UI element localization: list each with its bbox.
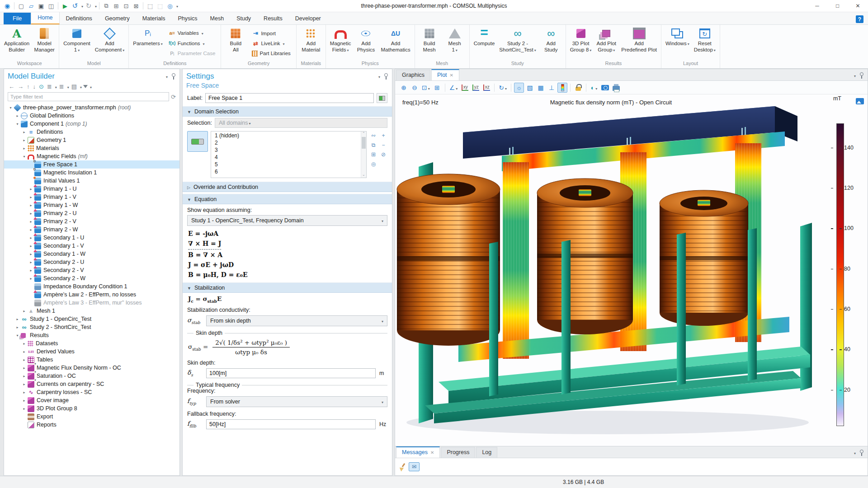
- domain-list-item[interactable]: 1 (hidden): [215, 132, 360, 140]
- maximize-button[interactable]: □: [827, 0, 848, 12]
- run-button[interactable]: [61, 1, 70, 10]
- tab-home[interactable]: Home: [31, 12, 59, 24]
- add-component-button[interactable]: Add Component: [93, 26, 126, 61]
- domain-list-item[interactable]: 4: [215, 154, 360, 161]
- go-to-default-view-button[interactable]: ∠: [448, 83, 459, 93]
- part-libraries-button[interactable]: Part Libraries: [250, 50, 292, 57]
- tree-expander[interactable]: [14, 122, 20, 126]
- transparency-button[interactable]: ▧: [525, 83, 535, 93]
- import-button[interactable]: Import: [250, 30, 292, 37]
- redo-button[interactable]: [84, 1, 93, 10]
- tree-item[interactable]: Free Space 1: [4, 160, 179, 169]
- back-button[interactable]: ←: [8, 83, 15, 90]
- frequency-combo[interactable]: From solver: [206, 396, 387, 407]
- tab-plot[interactable]: Plot✕: [431, 69, 459, 80]
- panel-menu-caret[interactable]: [377, 73, 380, 80]
- refresh-icon[interactable]: ⟳: [171, 94, 176, 100]
- minimize-button[interactable]: ─: [807, 0, 827, 12]
- tree-expander[interactable]: [21, 390, 27, 394]
- new-file-button[interactable]: [17, 1, 26, 10]
- pin-icon[interactable]: [859, 450, 864, 456]
- tree-item[interactable]: three-phase_power_transformer.mph (root): [4, 103, 179, 112]
- tree-item[interactable]: Study 2 - ShortCirc_Test: [4, 323, 179, 331]
- show-button[interactable]: ⊙: [38, 83, 45, 90]
- fallback-frequency-input[interactable]: [206, 419, 376, 429]
- tree-item[interactable]: Export: [4, 413, 179, 421]
- expand-caret[interactable]: [54, 83, 57, 90]
- tab-developer[interactable]: Developer: [289, 13, 327, 24]
- variables-button[interactable]: Variables: [167, 29, 217, 37]
- tree-expander[interactable]: [21, 309, 27, 313]
- help-button[interactable]: ?: [856, 15, 863, 23]
- build-mesh-button[interactable]: Build Mesh: [417, 26, 442, 61]
- view-yz-button[interactable]: [471, 83, 481, 93]
- domain-list-item[interactable]: 2: [215, 140, 360, 147]
- grid-button[interactable]: ▦: [536, 83, 546, 93]
- section-stabilization[interactable]: Stabilization: [183, 282, 392, 293]
- tree-item[interactable]: Datasets: [4, 339, 179, 347]
- tree-expander[interactable]: [28, 203, 34, 207]
- study-2-shortcirc-button[interactable]: Study 2 - ShortCirc_Test: [497, 26, 538, 61]
- tree-item[interactable]: Magnetic Flux Density Norm - OC: [4, 364, 179, 372]
- panel-menu-caret[interactable]: [853, 72, 856, 79]
- tree-item[interactable]: Materials: [4, 144, 179, 152]
- domain-list-item[interactable]: 5: [215, 161, 360, 169]
- panel-menu-caret[interactable]: [853, 450, 856, 456]
- section-equation[interactable]: Equation: [183, 194, 392, 204]
- tree-item[interactable]: Saturation - OC: [4, 372, 179, 380]
- paste-button[interactable]: [112, 1, 121, 10]
- add-material-button[interactable]: Add Material: [299, 26, 323, 61]
- conductivity-combo[interactable]: From skin depth: [206, 315, 387, 326]
- tree-item[interactable]: Primary 1 - W: [4, 201, 179, 209]
- tree-expander[interactable]: [28, 220, 34, 224]
- pin-icon[interactable]: [859, 72, 864, 79]
- tree-expander[interactable]: [21, 399, 27, 403]
- tree-item[interactable]: Ampère's Law 3 - EffPerm, mur'' losses: [4, 299, 179, 307]
- magnetic-fields-button[interactable]: Magnetic Fields: [328, 26, 353, 61]
- tree-expander[interactable]: [28, 252, 34, 256]
- close-tab-icon[interactable]: ✕: [430, 450, 434, 455]
- add-predefined-plot-button[interactable]: Add Predefined Plot: [619, 26, 659, 61]
- view-xz-button[interactable]: [481, 83, 491, 93]
- pin-icon[interactable]: [171, 73, 176, 80]
- livelink-button[interactable]: LiveLink: [250, 40, 292, 47]
- tree-expander[interactable]: [14, 114, 20, 118]
- pin-icon[interactable]: [384, 73, 388, 80]
- plot-image-button[interactable]: [856, 98, 864, 104]
- plot-canvas[interactable]: freq(1)=50 Hz Magnetic flux density norm…: [395, 94, 868, 446]
- tree-item[interactable]: Ampère's Law 2 - EffPerm, no losses: [4, 291, 179, 299]
- tree-item[interactable]: 3D Plot Group 8: [4, 404, 179, 413]
- remove-from-selection-button[interactable]: −: [379, 141, 387, 149]
- tree-expander[interactable]: [21, 374, 27, 378]
- tree-expander[interactable]: [21, 382, 27, 386]
- tree-expander[interactable]: [28, 211, 34, 216]
- tree-expander[interactable]: [21, 138, 27, 142]
- tree-item[interactable]: Primary 1 - V: [4, 193, 179, 201]
- tree-item[interactable]: Initial Values 1: [4, 177, 179, 185]
- zoom-to-selection-button[interactable]: ◎: [369, 160, 377, 168]
- tree-item[interactable]: Secondary 1 - V: [4, 242, 179, 250]
- tab-results[interactable]: Results: [257, 13, 289, 24]
- tree-expander[interactable]: [28, 277, 34, 281]
- windows-button[interactable]: Windows: [664, 26, 691, 61]
- copy-button[interactable]: [102, 1, 111, 10]
- tab-messages[interactable]: Messages✕: [396, 446, 440, 458]
- tree-item[interactable]: Reports: [4, 421, 179, 429]
- zoom-box-button[interactable]: ⊡: [420, 83, 431, 93]
- tree-item[interactable]: Magnetic Insulation 1: [4, 169, 179, 177]
- close-tab-icon[interactable]: ✕: [450, 73, 453, 78]
- tree-item[interactable]: Carpentry losses - SC: [4, 388, 179, 396]
- zoom-out-button[interactable]: ⊖: [410, 83, 420, 93]
- tree-item[interactable]: Mesh 1: [4, 307, 179, 315]
- selection-combo[interactable]: All domains: [215, 118, 387, 128]
- zoom-in-button[interactable]: ⊕: [399, 83, 409, 93]
- duplicate-button[interactable]: [122, 1, 131, 10]
- tree-expander[interactable]: [28, 195, 34, 199]
- scrollbar-thumb[interactable]: [362, 137, 366, 149]
- zoom-extents-button[interactable]: ⊞: [432, 83, 442, 93]
- tree-item[interactable]: Results: [4, 331, 179, 339]
- tree-expander[interactable]: [28, 228, 34, 232]
- tree-expander[interactable]: [21, 155, 27, 159]
- tab-geometry[interactable]: Geometry: [99, 13, 136, 24]
- paste-selection-button[interactable]: ⊞: [369, 151, 377, 158]
